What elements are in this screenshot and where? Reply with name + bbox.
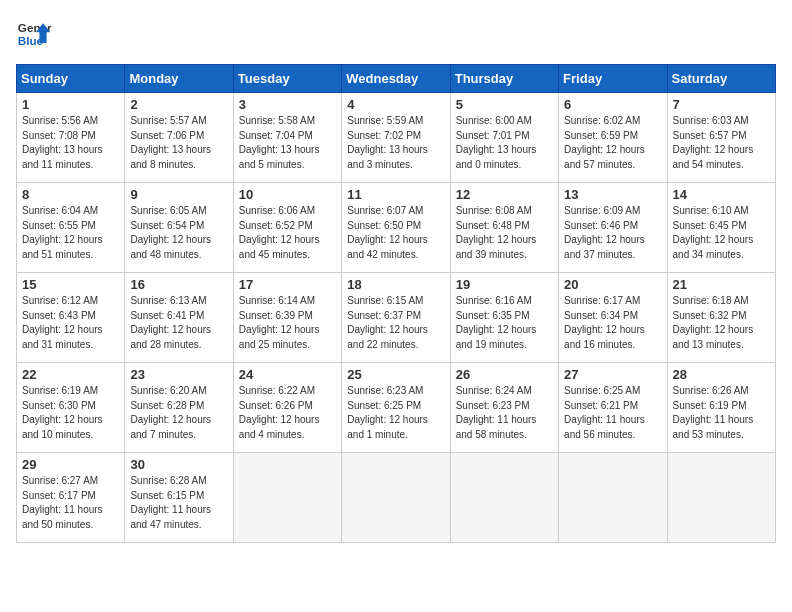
day-cell-11: 11 Sunrise: 6:07 AM Sunset: 6:50 PM Dayl… [342,183,450,273]
day-number: 22 [22,367,119,382]
daylight-label: Daylight: 12 hours and 51 minutes. [22,234,103,260]
day-cell-5: 5 Sunrise: 6:00 AM Sunset: 7:01 PM Dayli… [450,93,558,183]
day-info: Sunrise: 6:02 AM Sunset: 6:59 PM Dayligh… [564,114,661,172]
sunset-label: Sunset: 6:52 PM [239,220,313,231]
sunset-label: Sunset: 7:02 PM [347,130,421,141]
day-info: Sunrise: 6:20 AM Sunset: 6:28 PM Dayligh… [130,384,227,442]
day-cell-16: 16 Sunrise: 6:13 AM Sunset: 6:41 PM Dayl… [125,273,233,363]
daylight-label: Daylight: 12 hours and 13 minutes. [673,324,754,350]
day-info: Sunrise: 6:03 AM Sunset: 6:57 PM Dayligh… [673,114,770,172]
day-info: Sunrise: 5:56 AM Sunset: 7:08 PM Dayligh… [22,114,119,172]
day-cell-14: 14 Sunrise: 6:10 AM Sunset: 6:45 PM Dayl… [667,183,775,273]
page-header: General Blue [16,16,776,52]
day-cell-19: 19 Sunrise: 6:16 AM Sunset: 6:35 PM Dayl… [450,273,558,363]
day-cell-12: 12 Sunrise: 6:08 AM Sunset: 6:48 PM Dayl… [450,183,558,273]
sunrise-label: Sunrise: 6:03 AM [673,115,749,126]
sunset-label: Sunset: 6:43 PM [22,310,96,321]
daylight-label: Daylight: 13 hours and 3 minutes. [347,144,428,170]
day-number: 2 [130,97,227,112]
sunrise-label: Sunrise: 6:15 AM [347,295,423,306]
day-number: 5 [456,97,553,112]
daylight-label: Daylight: 12 hours and 37 minutes. [564,234,645,260]
sunrise-label: Sunrise: 6:17 AM [564,295,640,306]
sunrise-label: Sunrise: 6:05 AM [130,205,206,216]
sunrise-label: Sunrise: 6:27 AM [22,475,98,486]
day-number: 18 [347,277,444,292]
day-cell-7: 7 Sunrise: 6:03 AM Sunset: 6:57 PM Dayli… [667,93,775,183]
day-number: 4 [347,97,444,112]
day-info: Sunrise: 6:19 AM Sunset: 6:30 PM Dayligh… [22,384,119,442]
day-info: Sunrise: 6:05 AM Sunset: 6:54 PM Dayligh… [130,204,227,262]
sunset-label: Sunset: 6:15 PM [130,490,204,501]
day-info: Sunrise: 6:00 AM Sunset: 7:01 PM Dayligh… [456,114,553,172]
day-info: Sunrise: 6:07 AM Sunset: 6:50 PM Dayligh… [347,204,444,262]
day-info: Sunrise: 6:12 AM Sunset: 6:43 PM Dayligh… [22,294,119,352]
day-cell-1: 1 Sunrise: 5:56 AM Sunset: 7:08 PM Dayli… [17,93,125,183]
day-info: Sunrise: 6:25 AM Sunset: 6:21 PM Dayligh… [564,384,661,442]
daylight-label: Daylight: 12 hours and 48 minutes. [130,234,211,260]
sunrise-label: Sunrise: 6:14 AM [239,295,315,306]
day-number: 29 [22,457,119,472]
sunrise-label: Sunrise: 6:19 AM [22,385,98,396]
day-cell-22: 22 Sunrise: 6:19 AM Sunset: 6:30 PM Dayl… [17,363,125,453]
day-info: Sunrise: 5:57 AM Sunset: 7:06 PM Dayligh… [130,114,227,172]
daylight-label: Daylight: 12 hours and 4 minutes. [239,414,320,440]
svg-text:General: General [18,21,52,34]
day-info: Sunrise: 6:23 AM Sunset: 6:25 PM Dayligh… [347,384,444,442]
empty-cell [667,453,775,543]
day-info: Sunrise: 6:16 AM Sunset: 6:35 PM Dayligh… [456,294,553,352]
day-cell-21: 21 Sunrise: 6:18 AM Sunset: 6:32 PM Dayl… [667,273,775,363]
sunrise-label: Sunrise: 6:13 AM [130,295,206,306]
day-number: 23 [130,367,227,382]
sunset-label: Sunset: 6:59 PM [564,130,638,141]
day-cell-3: 3 Sunrise: 5:58 AM Sunset: 7:04 PM Dayli… [233,93,341,183]
col-header-wednesday: Wednesday [342,65,450,93]
day-info: Sunrise: 6:13 AM Sunset: 6:41 PM Dayligh… [130,294,227,352]
day-info: Sunrise: 6:04 AM Sunset: 6:55 PM Dayligh… [22,204,119,262]
sunrise-label: Sunrise: 5:57 AM [130,115,206,126]
day-cell-20: 20 Sunrise: 6:17 AM Sunset: 6:34 PM Dayl… [559,273,667,363]
day-cell-25: 25 Sunrise: 6:23 AM Sunset: 6:25 PM Dayl… [342,363,450,453]
sunset-label: Sunset: 6:50 PM [347,220,421,231]
daylight-label: Daylight: 13 hours and 8 minutes. [130,144,211,170]
logo-icon: General Blue [16,16,52,52]
day-number: 1 [22,97,119,112]
day-number: 12 [456,187,553,202]
sunset-label: Sunset: 6:57 PM [673,130,747,141]
col-header-friday: Friday [559,65,667,93]
daylight-label: Daylight: 12 hours and 42 minutes. [347,234,428,260]
col-header-tuesday: Tuesday [233,65,341,93]
day-cell-6: 6 Sunrise: 6:02 AM Sunset: 6:59 PM Dayli… [559,93,667,183]
day-number: 17 [239,277,336,292]
empty-cell [233,453,341,543]
day-number: 20 [564,277,661,292]
sunrise-label: Sunrise: 6:08 AM [456,205,532,216]
daylight-label: Daylight: 12 hours and 39 minutes. [456,234,537,260]
sunset-label: Sunset: 6:45 PM [673,220,747,231]
col-header-thursday: Thursday [450,65,558,93]
sunrise-label: Sunrise: 6:18 AM [673,295,749,306]
sunrise-label: Sunrise: 6:28 AM [130,475,206,486]
sunrise-label: Sunrise: 6:09 AM [564,205,640,216]
daylight-label: Daylight: 11 hours and 58 minutes. [456,414,537,440]
day-number: 14 [673,187,770,202]
col-header-sunday: Sunday [17,65,125,93]
sunset-label: Sunset: 6:41 PM [130,310,204,321]
day-number: 24 [239,367,336,382]
sunset-label: Sunset: 6:19 PM [673,400,747,411]
sunset-label: Sunset: 6:46 PM [564,220,638,231]
sunrise-label: Sunrise: 5:59 AM [347,115,423,126]
day-info: Sunrise: 6:10 AM Sunset: 6:45 PM Dayligh… [673,204,770,262]
day-info: Sunrise: 6:18 AM Sunset: 6:32 PM Dayligh… [673,294,770,352]
sunrise-label: Sunrise: 5:56 AM [22,115,98,126]
sunset-label: Sunset: 6:32 PM [673,310,747,321]
sunrise-label: Sunrise: 6:00 AM [456,115,532,126]
daylight-label: Daylight: 11 hours and 56 minutes. [564,414,645,440]
day-number: 30 [130,457,227,472]
day-cell-4: 4 Sunrise: 5:59 AM Sunset: 7:02 PM Dayli… [342,93,450,183]
day-info: Sunrise: 5:59 AM Sunset: 7:02 PM Dayligh… [347,114,444,172]
daylight-label: Daylight: 13 hours and 0 minutes. [456,144,537,170]
sunset-label: Sunset: 6:35 PM [456,310,530,321]
sunrise-label: Sunrise: 6:26 AM [673,385,749,396]
daylight-label: Daylight: 12 hours and 54 minutes. [673,144,754,170]
